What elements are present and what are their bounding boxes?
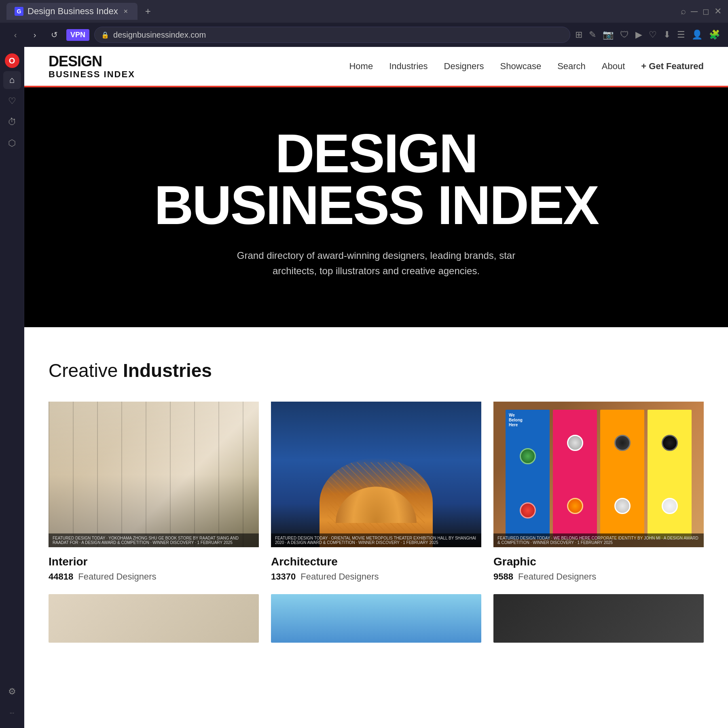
industry-count-architecture: 13370 Featured Designers [271,571,481,582]
sidebar-toggle-icon[interactable]: ⊞ [575,30,582,40]
industry-count-interior: 44818 Featured Designers [49,571,259,582]
browser-chrome: G Design Business Index ✕ + ⌕ ─ ◻ ✕ ‹ › … [0,0,728,47]
industry-card-bottom-3[interactable] [493,594,704,643]
industry-name-architecture: Architecture [271,555,481,568]
site-logo[interactable]: DESIGN BUSINESS INDEX [49,53,135,79]
extensions-browser-icon[interactable]: 🧩 [709,30,720,40]
browser-tab[interactable]: G Design Business Index ✕ [6,3,138,20]
browser-titlebar: G Design Business Index ✕ + ⌕ ─ ◻ ✕ [0,0,728,23]
logo-sub-text: BUSINESS INDEX [49,70,135,79]
industry-name-graphic: Graphic [493,555,704,568]
industry-grid: FEATURED DESIGN TODAY · YOKOHAMA ZHONG S… [49,402,704,582]
new-tab-button[interactable]: + [141,4,155,19]
lock-icon: 🔒 [101,31,109,39]
heart-browser-icon[interactable]: ♡ [649,30,657,40]
profile-icon[interactable]: 👤 [692,30,703,40]
nav-get-featured[interactable]: + Get Featured [641,61,704,72]
sidebar-extensions-icon[interactable]: ⬡ [3,134,21,152]
industry-name-interior: Interior [49,555,259,568]
sidebar-settings-icon[interactable]: ⚙ [3,683,21,700]
industry-image-graphic: WeBelongHere [493,402,704,547]
url-text: designbusinessindex.com [113,30,563,40]
nav-designers[interactable]: Designers [444,61,484,72]
industry-card-bottom-1[interactable] [49,594,259,643]
nav-home[interactable]: Home [349,61,373,72]
back-button[interactable]: ‹ [8,28,23,42]
opera-logo-icon[interactable]: O [5,53,19,68]
restore-button[interactable]: ◻ [703,6,709,16]
address-bar[interactable]: 🔒 designbusinessindex.com [94,27,570,43]
browser-body: O ⌂ ♡ ⏱ ⬡ ⚙ ··· DESIGN BUSINESS INDEX Ho… [0,47,728,728]
bookmark-icon[interactable]: ✎ [589,30,596,40]
reading-list-icon[interactable]: ☰ [677,30,685,40]
logo-design-text: DESIGN [49,53,135,70]
vpn-badge[interactable]: VPN [66,29,89,41]
browser-sidebar: O ⌂ ♡ ⏱ ⬡ ⚙ ··· [0,47,24,728]
industry-card-graphic[interactable]: WeBelongHere [493,402,704,582]
hero-title-line2: BUSINESS INDEX [154,180,598,231]
browser-toolbar: ‹ › ↺ VPN 🔒 designbusinessindex.com ⊞ ✎ … [0,23,728,47]
site-nav: Home Industries Designers Showcase Searc… [349,61,704,72]
industry-card-interior[interactable]: FEATURED DESIGN TODAY · YOKOHAMA ZHONG S… [49,402,259,582]
hero-subtitle: Grand directory of award-winning designe… [235,248,518,279]
close-window-button[interactable]: ✕ [714,6,722,17]
industries-section: Creative Industries FEATURED DESIGN TODA… [24,327,728,675]
toolbar-icons: ⊞ ✎ 📷 🛡 ▶ ♡ ⬇ ☰ 👤 🧩 [575,30,720,40]
hero-title: DESIGN BUSINESS INDEX [154,128,598,232]
refresh-button[interactable]: ↺ [47,28,61,42]
interior-caption: FEATURED DESIGN TODAY · YOKOHAMA ZHONG S… [49,533,259,547]
nav-industries[interactable]: Industries [389,61,427,72]
industry-card-bottom-2[interactable] [271,594,481,643]
sidebar-history-icon[interactable]: ⏱ [3,113,21,131]
site-header: DESIGN BUSINESS INDEX Home Industries De… [24,47,728,87]
nav-search[interactable]: Search [557,61,586,72]
download-icon[interactable]: ⬇ [663,30,671,40]
sidebar-heart-icon[interactable]: ♡ [3,92,21,110]
graphic-caption: FEATURED DESIGN TODAY · WE BELONG HERE C… [493,533,704,547]
industry-card-architecture[interactable]: FEATURED DESIGN TODAY · ORIENTAL MOVIE M… [271,402,481,582]
industry-grid-bottom [49,594,704,643]
nav-about[interactable]: About [602,61,625,72]
website-content: DESIGN BUSINESS INDEX Home Industries De… [24,47,728,728]
minimize-button[interactable]: ─ [691,6,698,17]
sidebar-more-icon[interactable]: ··· [3,704,21,722]
hero-title-line1: DESIGN [154,128,598,180]
search-browser-icon[interactable]: ⌕ [681,6,686,17]
nav-showcase[interactable]: Showcase [500,61,542,72]
forward-button[interactable]: › [28,28,42,42]
industries-section-title: Creative Industries [49,360,704,381]
industry-image-architecture: FEATURED DESIGN TODAY · ORIENTAL MOVIE M… [271,402,481,547]
shield-icon[interactable]: 🛡 [620,30,629,40]
architecture-caption: FEATURED DESIGN TODAY · ORIENTAL MOVIE M… [271,533,481,547]
tab-close-button[interactable]: ✕ [122,8,129,15]
camera-icon[interactable]: 📷 [603,30,614,40]
industry-count-graphic: 9588 Featured Designers [493,571,704,582]
industry-image-interior: FEATURED DESIGN TODAY · YOKOHAMA ZHONG S… [49,402,259,547]
hero-section: DESIGN BUSINESS INDEX Grand directory of… [24,87,728,327]
tab-title: Design Business Index [28,6,118,17]
sidebar-home-icon[interactable]: ⌂ [3,71,21,89]
tab-favicon: G [15,7,23,16]
play-icon[interactable]: ▶ [635,30,642,40]
